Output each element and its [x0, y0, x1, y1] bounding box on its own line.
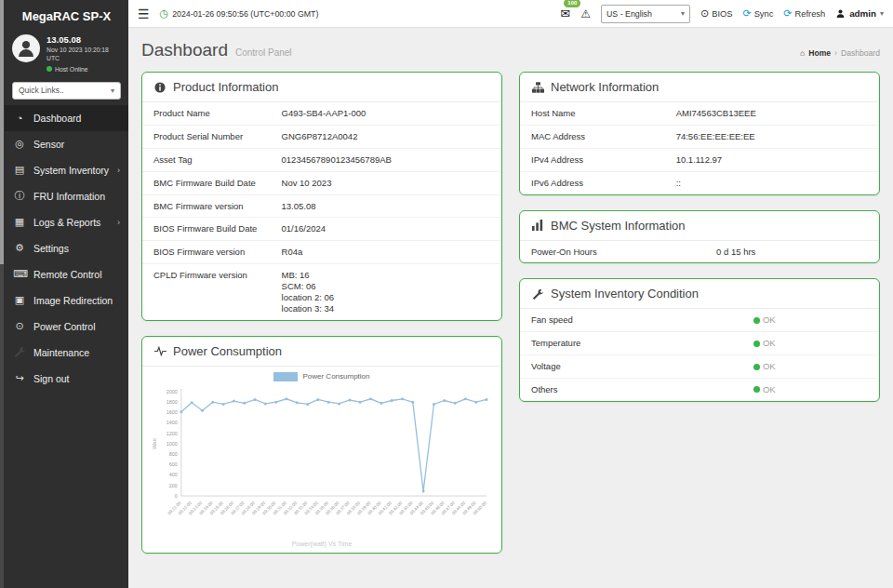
scrollbar-thumb[interactable]: [0, 0, 4, 264]
status-ok-dot-icon: [753, 317, 760, 324]
info-label: BMC Firmware version: [153, 201, 282, 212]
username: admin: [849, 8, 876, 19]
bios-button[interactable]: ⊙ BIOS: [700, 7, 732, 20]
hamburger-menu-icon[interactable]: ☰: [138, 7, 150, 21]
sidebar-item-sensor[interactable]: ◎Sensor: [5, 131, 128, 157]
info-row: IPv6 Address::: [520, 171, 879, 194]
info-row: MAC Address74:56:EE:EE:EE:EE: [520, 125, 879, 148]
avatar: [12, 34, 40, 62]
sidebar-scrollbar[interactable]: [0, 0, 4, 588]
card-header: Network Information: [520, 73, 879, 102]
card-body: Host NameAMI74563CB13EEEMAC Address74:56…: [520, 102, 879, 194]
card-title: Network Information: [551, 80, 659, 94]
sitemap-icon: [531, 82, 544, 93]
sidebar-item-remote-control[interactable]: ⌨Remote Control: [5, 261, 128, 287]
datetime-text: 2024-01-26 09:50:56 (UTC+00:00 GMT): [172, 9, 318, 19]
card-header: System Inventory Condition: [520, 279, 879, 309]
image-icon: ▣: [13, 294, 26, 306]
legend-swatch: [273, 372, 298, 381]
refresh-icon: ⟳: [783, 7, 792, 20]
info-label: CPLD Firmware version: [153, 270, 282, 281]
info-label: MAC Address: [531, 131, 676, 142]
svg-text:1800: 1800: [167, 399, 178, 405]
status-ok-dot-icon: [753, 386, 760, 393]
svg-text:1600: 1600: [167, 409, 178, 415]
info-row: Host NameAMI74563CB13EEE: [520, 102, 879, 125]
signout-icon: ↪: [13, 372, 26, 384]
svg-text:200: 200: [169, 482, 178, 488]
page-title: Dashboard: [141, 40, 228, 60]
sidebar-item-dashboard[interactable]: ◔Dashboard: [5, 105, 128, 131]
info-row: Product NameG493-SB4-AAP1-000: [142, 102, 501, 125]
info-row: Asset Tag01234567890123456789AB: [142, 148, 501, 171]
pulse-icon: [153, 346, 167, 356]
chevron-right-icon: ›: [117, 218, 120, 227]
sidebar-item-power-control[interactable]: ⊙Power Control: [5, 314, 128, 340]
network-information-card: Network Information Host NameAMI74563CB1…: [519, 72, 880, 195]
dashboard-content: Product Information Product NameG493-SB4…: [128, 68, 893, 588]
status-badge: OK: [753, 384, 776, 395]
system-inventory-condition-card: System Inventory Condition Fan speedOKTe…: [519, 278, 880, 402]
firmware-version: 13.05.08: [47, 34, 121, 45]
sidebar-item-logs-reports[interactable]: ▦Logs & Reports›: [5, 209, 128, 235]
info-row: BMC Firmware Build DateNov 10 2023: [142, 171, 501, 194]
sidebar-item-fru-information[interactable]: ⓘFRU Information: [5, 183, 128, 209]
status-text: OK: [763, 361, 776, 372]
info-row: CPLD Firmware versionMB: 16 SCM: 06 loca…: [142, 263, 501, 320]
info-label: BIOS Firmware version: [153, 247, 282, 258]
chevron-down-icon: ▾: [880, 9, 884, 18]
card-title: Power Consumption: [173, 344, 282, 358]
chevron-down-icon: ▾: [681, 9, 685, 18]
sidebar-item-label: Settings: [33, 243, 69, 254]
notifications-button[interactable]: ✉100: [560, 7, 570, 20]
sidebar-item-settings[interactable]: ⚙Settings: [5, 235, 128, 261]
user-icon: [835, 8, 846, 19]
sync-button[interactable]: ⟳ Sync: [742, 7, 773, 20]
info-value: 13.05.08: [282, 201, 316, 212]
sidebar-item-label: Logs & Reports: [33, 217, 100, 228]
host-status-label: Host Online: [55, 66, 88, 73]
card-title: System Inventory Condition: [551, 287, 699, 301]
info-label: Product Serial Number: [153, 131, 282, 142]
info-value: 01/16/2024: [282, 223, 327, 234]
person-icon: [16, 38, 36, 59]
left-column: Product Information Product NameG493-SB4…: [141, 72, 502, 554]
alerts-warning-icon[interactable]: ⚠: [580, 7, 591, 20]
sidebar-item-maintenance[interactable]: Maintenance: [5, 340, 128, 366]
sidebar-item-system-inventory[interactable]: ▤System Inventory›: [5, 157, 128, 183]
breadcrumb-home[interactable]: Home: [808, 48, 831, 58]
info-value: Nov 10 2023: [282, 178, 332, 189]
sidebar-menu: ◔Dashboard◎Sensor▤System Inventory›ⓘFRU …: [5, 105, 128, 392]
host-status: Host Online: [47, 66, 121, 73]
fru-icon: ⓘ: [13, 189, 26, 203]
breadcrumb: ⌂ Home › Dashboard: [800, 48, 880, 58]
host-online-dot: [47, 66, 52, 72]
info-value: 74:56:EE:EE:EE:EE: [676, 131, 755, 142]
sidebar-item-label: System Inventory: [33, 165, 109, 176]
info-label: Voltage: [531, 361, 753, 372]
sensor-icon: ◎: [13, 138, 26, 150]
info-label: Host Name: [531, 108, 676, 119]
sidebar-item-image-redirection[interactable]: ▣Image Redirection: [5, 287, 128, 314]
topbar: ☰ ◷ 2024-01-26 09:50:56 (UTC+00:00 GMT) …: [128, 0, 893, 28]
notification-badge: 100: [564, 0, 580, 7]
status-badge: OK: [753, 338, 776, 349]
info-circle-icon: [153, 82, 167, 93]
svg-text:0: 0: [175, 492, 178, 498]
language-select[interactable]: US - English ▾: [601, 5, 690, 23]
sidebar-item-sign-out[interactable]: ↪Sign out: [5, 366, 128, 392]
status-ok-dot-icon: [753, 364, 760, 370]
wrench-icon: [531, 288, 544, 300]
info-value: ::: [676, 178, 681, 189]
refresh-button[interactable]: ⟳ Refresh: [783, 7, 825, 20]
user-menu[interactable]: admin ▾: [835, 8, 884, 19]
sidebar-item-label: FRU Information: [33, 191, 105, 202]
status-badge: OK: [753, 314, 776, 326]
quick-links-select[interactable]: Quick Links.. ▾: [12, 82, 121, 100]
sync-icon: ⟳: [742, 7, 751, 20]
firmware-datetime: Nov 10 2023 10:20:18 UTC: [47, 47, 121, 63]
bmc-system-information-card: BMC System Information Power-On Hours0 d…: [519, 210, 880, 264]
bar-chart-icon: [531, 220, 544, 231]
info-row: VoltageOK: [520, 354, 879, 378]
status-ok-dot-icon: [753, 341, 760, 347]
